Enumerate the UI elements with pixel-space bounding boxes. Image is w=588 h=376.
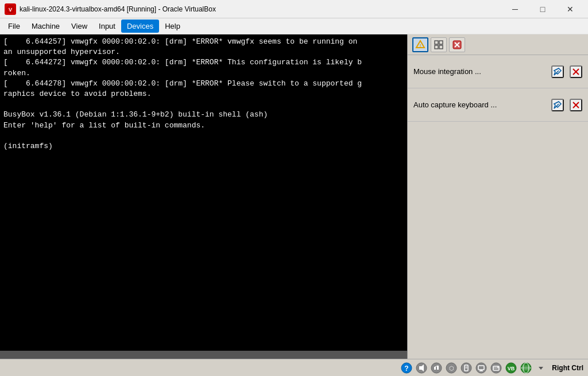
window-title: kali-linux-2024.3-virtualbox-amd64 [Runn… [20,5,502,13]
svg-point-38 [497,366,498,367]
terminal-area[interactable]: [ 6.644257] vmwgfx 0000:00:02.0: [drm] *… [0,34,407,359]
svg-rect-6 [435,45,438,49]
clipboard-status-icon[interactable] [460,362,473,374]
svg-text:?: ? [405,365,409,373]
globe-status-icon[interactable] [520,362,532,374]
audio-status-icon[interactable] [415,362,428,374]
auto-capture-close-button[interactable] [570,99,582,111]
menu-bar: File Machine View Input Devices Help [0,18,588,34]
svg-text:VB: VB [508,366,515,371]
display-status-icon[interactable] [475,362,488,374]
menu-file[interactable]: File [2,20,26,33]
menu-devices[interactable]: Devices [121,20,159,33]
window-controls: ─ □ ✕ [502,0,583,18]
svg-point-31 [476,363,486,373]
close-panel-button[interactable] [449,37,465,52]
panel-toolbar: ! [408,34,588,55]
svg-rect-4 [435,41,438,44]
network-status-icon[interactable] [430,362,443,374]
mouse-integration-notification: Mouse integration ... [408,55,588,88]
menu-input[interactable]: Input [93,20,121,33]
auto-capture-label: Auto capture keyboard ... [413,100,546,109]
svg-rect-23 [437,366,439,370]
auto-capture-notification: Auto capture keyboard ... [408,88,588,122]
close-button[interactable]: ✕ [557,0,583,18]
svg-rect-5 [439,41,443,44]
mouse-integration-label: Mouse integration ... [413,67,546,76]
menu-machine[interactable]: Machine [26,20,65,33]
usb-status-icon[interactable]: ⬡ [445,362,458,374]
svg-text:V: V [9,7,12,13]
svg-rect-7 [439,45,443,49]
svg-rect-22 [434,367,436,370]
vbox-green-icon[interactable]: VB [505,362,517,374]
arrow-down-icon[interactable] [535,362,547,374]
notifications-toolbar-button[interactable]: ! [412,37,428,52]
svg-text:!: ! [420,43,421,48]
title-bar: V kali-linux-2024.3-virtualbox-amd64 [Ru… [0,0,588,18]
terminal-scrollbar[interactable] [0,351,407,359]
svg-line-11 [556,71,559,73]
panel-empty-space [408,122,588,359]
help-status-icon[interactable]: ? [400,362,413,374]
right-panel: ! Mouse integration . [407,34,588,359]
status-bar: ? ⬡ [0,359,588,376]
main-content: [ 6.644257] vmwgfx 0000:00:02.0: [drm] *… [0,34,588,359]
minimize-button[interactable]: ─ [502,0,528,18]
mouse-integration-pin-button[interactable] [551,65,564,78]
maximize-button[interactable]: □ [529,0,556,18]
svg-point-21 [431,363,442,373]
svg-marker-46 [539,367,543,370]
snapshots-toolbar-button[interactable] [431,37,447,52]
terminal-output: [ 6.644257] vmwgfx 0000:00:02.0: [drm] *… [0,34,407,154]
menu-help[interactable]: Help [159,20,186,33]
app-icon: V [5,3,16,15]
mouse-integration-close-button[interactable] [570,65,582,78]
right-ctrl-label: Right Ctrl [552,364,583,372]
svg-text:⬡: ⬡ [449,365,454,371]
storage-status-icon[interactable] [490,362,502,374]
auto-capture-pin-button[interactable] [551,99,564,111]
svg-line-14 [556,104,559,106]
menu-view[interactable]: View [65,20,93,33]
